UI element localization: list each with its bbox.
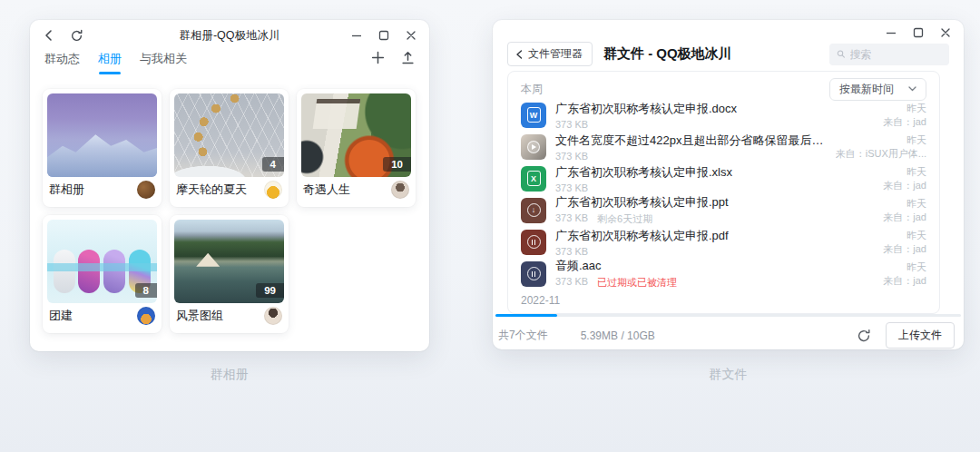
file-name: 音频.aac: [555, 258, 874, 274]
file-size: 373 KB: [555, 182, 588, 193]
member-avatar: [264, 307, 282, 325]
search-icon: [837, 49, 846, 59]
file-time: 昨天: [906, 230, 926, 241]
album-cover-orange-car: 10: [301, 93, 411, 177]
file-time: 昨天: [906, 103, 926, 113]
week-section-label: 本周: [521, 82, 543, 97]
member-avatar: [137, 181, 155, 199]
photo-count-badge: 10: [383, 157, 411, 172]
excel-file-icon: X: [521, 166, 546, 192]
sort-dropdown[interactable]: 按最新时间: [829, 78, 926, 101]
files-window-title: 群文件 - QQ极地冰川: [603, 45, 732, 63]
album-name: 摩天轮的夏天: [176, 182, 247, 198]
file-size: 373 KB: [555, 151, 588, 162]
file-name: 广东省初次职称考核认定申报.ppt: [555, 194, 874, 211]
album-name: 奇遇人生: [303, 182, 350, 198]
album-cover-snow-mountain: 29: [47, 93, 157, 177]
storage-usage-label: 5.39MB / 10GB: [581, 329, 655, 342]
file-row[interactable]: W 广东省初次职称考核认定申报.docx 373 KB 昨天来自：jad: [521, 99, 926, 131]
back-button-label: 文件管理器: [528, 46, 583, 62]
search-box[interactable]: [829, 44, 949, 65]
group-album-window: 群相册-QQ极地冰川 群动态 相册 与我相关 29 群相册 4: [30, 20, 429, 351]
file-row[interactable]: X 广东省初次职称考核认定申报.xlsx 373 KB 昨天来自：jad: [521, 162, 926, 194]
file-manager-back-button[interactable]: 文件管理器: [507, 42, 593, 66]
album-grid: 29 群相册 4 摩天轮的夏天 10 奇遇人生: [30, 78, 429, 333]
file-row[interactable]: ↓ 广东省初次职称考核认定申报.ppt 373 KB剩余6天过期 昨天来自：ja…: [521, 194, 926, 226]
minimize-button[interactable]: [351, 30, 362, 41]
file-from: 来自：jad: [883, 180, 926, 191]
files-window-caption: 群文件: [493, 367, 964, 383]
file-name: 文件名宽度不超过422px且超出部分省略保留最后两个字...视频.mp4: [555, 133, 827, 149]
close-button[interactable]: [940, 27, 951, 38]
file-expired-note: 已过期或已被清理: [597, 276, 677, 290]
back-icon[interactable]: [43, 29, 55, 42]
file-size: 373 KB: [555, 212, 588, 226]
member-avatar: [264, 181, 282, 199]
tab-related-to-me[interactable]: 与我相关: [140, 51, 187, 74]
file-size: 373 KB: [555, 276, 588, 290]
album-name: 风景图组: [176, 308, 223, 324]
file-from: 来自：jad: [883, 211, 926, 222]
file-row[interactable]: 广东省初次职称考核认定申报.pdf 373 KB 昨天来自：jad: [521, 226, 926, 258]
file-row[interactable]: 音频.aac 373 KB已过期或已被清理 昨天来自：jad: [521, 258, 926, 290]
maximize-button[interactable]: [378, 30, 389, 41]
album-titlebar: 群相册-QQ极地冰川: [30, 20, 429, 51]
album-card[interactable]: 8 团建: [43, 215, 162, 333]
word-file-icon: W: [521, 103, 546, 128]
file-size: 373 KB: [555, 246, 588, 257]
refresh-icon[interactable]: [857, 329, 871, 343]
file-from: 来自：jad: [883, 243, 926, 254]
file-time: 昨天: [906, 261, 926, 272]
album-name: 团建: [49, 308, 73, 324]
photo-count-badge: 8: [135, 283, 157, 298]
file-list-panel: 本周 按最新时间 W 广东省初次职称考核认定申报.docx 373 KB 昨天来…: [507, 71, 940, 314]
upload-file-button[interactable]: 上传文件: [886, 322, 955, 349]
minimize-button[interactable]: [886, 27, 897, 38]
member-avatar: [391, 181, 409, 199]
create-album-icon[interactable]: [371, 51, 385, 64]
pdf-file-icon: [521, 230, 546, 255]
album-card[interactable]: 29 群相册: [43, 89, 162, 207]
storage-progress-track: [495, 314, 961, 317]
penguin-figure: [78, 250, 100, 293]
tab-group-feed[interactable]: 群动态: [44, 51, 80, 74]
file-name: 广东省初次职称考核认定申报.xlsx: [555, 164, 874, 181]
file-time: 昨天: [906, 198, 926, 209]
album-window-caption: 群相册: [30, 367, 429, 383]
photo-count-badge: 99: [256, 283, 284, 298]
album-card[interactable]: 99 风景图组: [170, 215, 289, 333]
download-progress-icon: ↓: [527, 203, 541, 217]
file-from: 来自：jad: [883, 116, 926, 127]
refresh-icon[interactable]: [70, 29, 83, 43]
file-from: 来自：jad: [883, 275, 926, 286]
maximize-button[interactable]: [913, 27, 924, 38]
album-window-title: 群相册-QQ极地冰川: [179, 28, 279, 44]
file-name: 广东省初次职称考核认定申报.pdf: [555, 228, 874, 244]
pause-icon: [527, 267, 541, 280]
chevron-down-icon: [908, 86, 916, 92]
tab-albums[interactable]: 相册: [98, 51, 122, 74]
penguin-figure: [103, 250, 125, 293]
album-name: 群相册: [49, 182, 84, 198]
album-cover-lake-tent: 99: [174, 220, 284, 303]
album-tab-bar: 群动态 相册 与我相关: [30, 51, 429, 78]
search-input[interactable]: [850, 48, 942, 61]
play-icon: [527, 141, 540, 153]
month-section-label: 2022-11: [521, 294, 560, 307]
member-avatar: [137, 307, 155, 325]
group-files-window: 文件管理器 群文件 - QQ极地冰川 本周 按最新时间 W 广东省初次职称考核认…: [493, 20, 964, 349]
chevron-left-icon: [515, 50, 524, 59]
close-button[interactable]: [406, 30, 416, 41]
upload-photo-icon[interactable]: [401, 51, 415, 64]
storage-progress-fill: [495, 314, 557, 317]
file-time: 昨天: [906, 166, 926, 177]
album-cover-qq-penguins: 8: [47, 220, 157, 303]
album-card[interactable]: 4 摩天轮的夏天: [170, 89, 289, 207]
album-card[interactable]: 10 奇遇人生: [297, 89, 416, 207]
file-row[interactable]: 文件名宽度不超过422px且超出部分省略保留最后两个字...视频.mp4 373…: [521, 131, 926, 162]
pause-icon: [527, 235, 541, 249]
photo-count-badge: 4: [262, 157, 284, 172]
ppt-file-icon: ↓: [521, 198, 546, 223]
file-from: 来自：iSUX用户体...: [836, 148, 926, 159]
sort-dropdown-label: 按最新时间: [839, 82, 894, 97]
